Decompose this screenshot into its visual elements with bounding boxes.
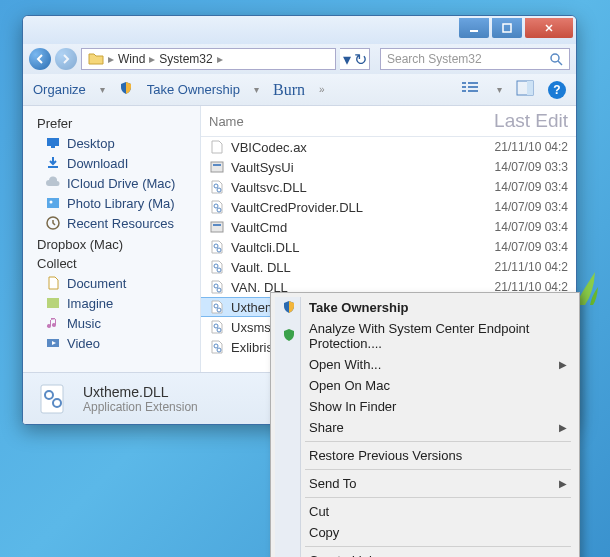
sidebar-item-iclouddrivemac[interactable]: ICloud Drive (Mac) [31, 173, 192, 193]
file-row[interactable]: VaultSysUi14/07/09 03:3 [201, 157, 576, 177]
svg-rect-10 [468, 86, 478, 88]
chevron-icon: ▸ [149, 52, 155, 66]
dll-icon [209, 299, 225, 315]
svg-line-5 [558, 61, 562, 65]
context-createlink[interactable]: Create Link [275, 550, 575, 557]
dll-icon [35, 381, 71, 417]
svg-rect-31 [211, 222, 223, 232]
file-date: 14/07/09 03:4 [495, 220, 568, 234]
dll-icon [209, 259, 225, 275]
context-restorepreviousversi[interactable]: Restore Previous Versions [275, 445, 575, 466]
context-openwith[interactable]: Open With...▶ [275, 354, 575, 375]
svg-rect-25 [211, 162, 223, 172]
shield-icon [119, 81, 133, 98]
help-icon[interactable]: ? [548, 81, 566, 99]
context-copy[interactable]: Copy [275, 522, 575, 543]
context-menu: Take OwnershipAnalyze With System Center… [270, 292, 580, 557]
sidebar-item-document[interactable]: Document [31, 273, 192, 293]
minimize-button[interactable] [459, 18, 489, 38]
svg-rect-7 [462, 86, 466, 88]
sidebar-group-dropboxmac[interactable]: Dropbox (Mac) [31, 237, 192, 252]
svg-rect-32 [213, 224, 221, 226]
organize-menu[interactable]: Organize [33, 82, 86, 97]
file-date: 14/07/09 03:4 [495, 180, 568, 194]
sidebar-group-prefer[interactable]: Prefer [31, 116, 192, 131]
file-date: 14/07/09 03:4 [495, 200, 568, 214]
sidebar-item-downloadi[interactable]: DownloadI [31, 153, 192, 173]
file-row[interactable]: Vaultsvc.DLL14/07/09 03:4 [201, 177, 576, 197]
video-icon [45, 335, 61, 351]
svg-rect-8 [462, 90, 466, 92]
file-icon [209, 139, 225, 155]
path-segment[interactable]: System32 [159, 52, 212, 66]
sidebar: PreferDesktopDownloadIICloud Drive (Mac)… [23, 106, 201, 372]
context-share[interactable]: Share▶ [275, 417, 575, 438]
sidebar-item-photolibraryma[interactable]: Photo Library (Ma) [31, 193, 192, 213]
sidebar-item-desktop[interactable]: Desktop [31, 133, 192, 153]
sidebar-item-recentresources[interactable]: Recent Resources [31, 213, 192, 233]
path-segment[interactable]: Wind [118, 52, 145, 66]
file-row[interactable]: VaultCredProvider.DLL14/07/09 03:4 [201, 197, 576, 217]
file-row[interactable]: Vaultcli.DLL14/07/09 03:4 [201, 237, 576, 257]
sidebar-item-imagine[interactable]: Imagine [31, 293, 192, 313]
sidebar-item-music[interactable]: Music [31, 313, 192, 333]
sidebar-item-video[interactable]: Video [31, 333, 192, 353]
chevron-icon: ▸ [108, 52, 114, 66]
path-dropdown[interactable]: ▾↻ [340, 48, 370, 70]
recent-icon [45, 215, 61, 231]
file-row[interactable]: VaultCmd14/07/09 03:4 [201, 217, 576, 237]
context-takeownership[interactable]: Take Ownership [275, 297, 575, 318]
file-date: 21/11/10 04:2 [495, 260, 568, 274]
svg-rect-0 [470, 30, 478, 32]
svg-rect-14 [47, 138, 59, 146]
breadcrumb[interactable]: ▸ Wind ▸ System32 ▸ [81, 48, 336, 70]
photo-icon [45, 195, 61, 211]
file-name: VaultCmd [231, 220, 287, 235]
burn-button[interactable]: Burn [273, 81, 305, 99]
maximize-button[interactable] [492, 18, 522, 38]
svg-rect-26 [213, 164, 221, 166]
back-button[interactable] [29, 48, 51, 70]
dll-icon [209, 179, 225, 195]
svg-rect-13 [527, 81, 533, 95]
file-date: 21/11/10 04:2 [495, 140, 568, 154]
search-input[interactable]: Search System32 [380, 48, 570, 70]
submenu-arrow-icon: ▶ [559, 478, 567, 489]
desktop-icon [45, 135, 61, 151]
column-name[interactable]: Name [209, 114, 244, 129]
svg-point-4 [551, 54, 559, 62]
context-sendto[interactable]: Send To▶ [275, 473, 575, 494]
preview-pane-icon[interactable] [516, 80, 534, 99]
svg-rect-1 [503, 24, 511, 32]
close-button[interactable] [525, 18, 573, 38]
search-icon [549, 52, 563, 66]
dll-icon [209, 199, 225, 215]
chevron-icon: ▸ [217, 52, 223, 66]
sys-icon [209, 159, 225, 175]
view-options-icon[interactable] [461, 80, 483, 99]
dll-icon [209, 319, 225, 335]
file-name: VBICodec.ax [231, 140, 307, 155]
submenu-arrow-icon: ▶ [559, 422, 567, 433]
document-icon [45, 275, 61, 291]
column-date[interactable]: Last Edit [494, 110, 568, 132]
svg-rect-9 [468, 82, 478, 84]
file-row[interactable]: Vault. DLL21/11/10 04:2 [201, 257, 576, 277]
sidebar-group-collect[interactable]: Collect [31, 256, 192, 271]
forward-button[interactable] [55, 48, 77, 70]
context-showinfinder[interactable]: Show In Finder [275, 396, 575, 417]
context-cut[interactable]: Cut [275, 501, 575, 522]
svg-rect-11 [468, 90, 478, 92]
details-filename: Uxtheme.DLL [83, 384, 198, 400]
svg-point-17 [50, 201, 53, 204]
music-icon [45, 315, 61, 331]
separator [305, 497, 571, 498]
file-row[interactable]: VBICodec.ax21/11/10 04:2 [201, 137, 576, 157]
take-ownership-button[interactable]: Take Ownership [147, 82, 240, 97]
submenu-arrow-icon: ▶ [559, 359, 567, 370]
file-name: Vaultcli.DLL [231, 240, 299, 255]
context-openonmac[interactable]: Open On Mac [275, 375, 575, 396]
file-name: VaultCredProvider.DLL [231, 200, 363, 215]
context-analyzewithsystemcen[interactable]: Analyze With System Center Endpoint Prot… [275, 318, 575, 354]
shield-icon [281, 300, 297, 316]
